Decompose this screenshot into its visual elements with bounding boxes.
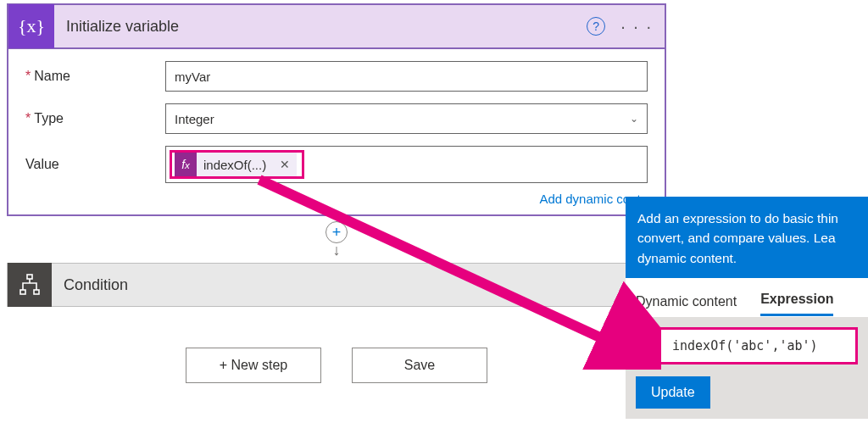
add-step-icon[interactable]: + <box>326 221 348 243</box>
name-input[interactable]: myVar <box>165 61 648 92</box>
svg-rect-1 <box>20 290 25 294</box>
expression-pill[interactable]: fx indexOf(...) ✕ <box>175 153 297 176</box>
popup-banner: Add an expression to do basic thin conve… <box>626 197 868 278</box>
popup-tabs: Dynamic content Expression <box>626 278 868 317</box>
condition-icon <box>8 263 52 307</box>
expression-area: fx indexOf('abc','ab') Update <box>626 317 868 419</box>
svg-rect-2 <box>34 290 39 294</box>
fx-label-icon: fx <box>638 337 672 354</box>
add-dynamic-content-link[interactable]: Add dynamic conte <box>25 186 648 206</box>
tab-dynamic-content[interactable]: Dynamic content <box>636 294 737 316</box>
learn-link[interactable]: Lea <box>814 231 836 245</box>
more-menu-icon[interactable]: · · · <box>620 17 653 36</box>
value-highlight: fx indexOf(...) ✕ <box>170 150 304 179</box>
save-button[interactable]: Save <box>352 348 487 383</box>
name-label: *Name <box>25 69 165 84</box>
tab-expression[interactable]: Expression <box>760 292 833 316</box>
fx-icon: fx <box>175 153 197 176</box>
variable-icon: {x} <box>8 4 54 48</box>
remove-pill-icon[interactable]: ✕ <box>273 158 297 171</box>
expression-popup: Add an expression to do basic thin conve… <box>626 197 868 431</box>
chevron-down-icon: ⌄ <box>630 113 638 125</box>
expression-input-wrap: fx indexOf('abc','ab') <box>636 327 858 364</box>
type-label: *Type <box>25 111 165 126</box>
card-header[interactable]: {x} Initialize variable ? · · · <box>7 3 666 47</box>
card-body: *Name myVar *Type Integer ⌄ Value fx ind… <box>7 47 666 216</box>
action-buttons: + New step Save <box>7 348 666 383</box>
initialize-variable-card: {x} Initialize variable ? · · · *Name my… <box>7 3 666 216</box>
update-button[interactable]: Update <box>636 376 710 409</box>
card-title: Initialize variable <box>54 18 587 36</box>
dynamic-content-doc-link[interactable]: dynamic content. <box>637 251 737 265</box>
value-input[interactable]: fx indexOf(...) ✕ <box>165 146 648 183</box>
condition-title: Condition <box>52 276 128 294</box>
arrow-down-icon: ↓ <box>333 242 341 259</box>
new-step-button[interactable]: + New step <box>186 348 321 383</box>
connector: + ↓ <box>7 216 666 259</box>
condition-card[interactable]: Condition <box>7 263 666 307</box>
value-label: Value <box>25 157 165 172</box>
type-select[interactable]: Integer ⌄ <box>165 103 648 134</box>
help-icon[interactable]: ? <box>587 17 605 36</box>
svg-rect-0 <box>27 275 32 279</box>
expression-input[interactable]: indexOf('abc','ab') <box>672 338 818 353</box>
pill-label: indexOf(...) <box>197 158 273 172</box>
